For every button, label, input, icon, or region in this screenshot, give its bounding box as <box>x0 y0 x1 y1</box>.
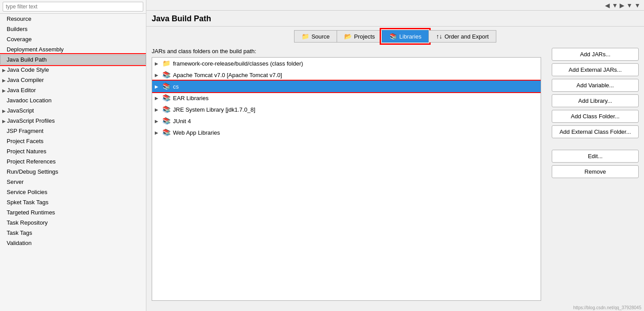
nav-dropdown-1[interactable]: ▼ <box>611 2 619 9</box>
menu-dropdown[interactable]: ▼ <box>633 2 641 9</box>
tree-item-icon: 📚 <box>162 94 171 102</box>
sidebar-item-run/debug-settings[interactable]: Run/Debug Settings <box>0 167 146 177</box>
sidebar-item-java-code-style[interactable]: Java Code Style <box>0 65 146 75</box>
tree-item-jre-system-library-[interactable]: ▶📚JRE System Library [jdk1.7.0_8] <box>152 104 541 115</box>
expand-arrow-icon[interactable]: ▶ <box>155 107 160 112</box>
tree-item-label: Apache Tomcat v7.0 [Apache Tomcat v7.0] <box>173 72 282 78</box>
build-path-panel: JARs and class folders on the build path… <box>146 44 546 304</box>
buttons-panel: Add JARs...Add External JARs...Add Varia… <box>546 44 644 304</box>
sidebar-item-targeted-runtimes[interactable]: Targeted Runtimes <box>0 207 146 218</box>
sidebar-item-validation[interactable]: Validation <box>0 238 146 248</box>
btn-add-class-folder[interactable]: Add Class Folder... <box>552 110 639 123</box>
nav-dropdown-2[interactable]: ▼ <box>625 2 633 9</box>
watermark: https://blog.csdn.net/qq_37928045 <box>146 304 644 311</box>
top-toolbar: ◀ ▼ ▶ ▼ ▼ <box>146 0 644 11</box>
expand-arrow-icon[interactable]: ▶ <box>155 84 160 89</box>
sidebar-item-java-compiler[interactable]: Java Compiler <box>0 75 146 85</box>
sidebar-item-spket-task-tags[interactable]: Spket Task Tags <box>0 197 146 207</box>
tree-item-apache-tomcat-v70-[interactable]: ▶📚Apache Tomcat v7.0 [Apache Tomcat v7.0… <box>152 69 541 81</box>
tab-label-libraries: Libraries <box>399 33 421 40</box>
tree-item-icon: 📚 <box>162 128 171 136</box>
btn-add-jars[interactable]: Add JARs... <box>552 48 639 61</box>
tree-item-icon: 📚 <box>162 82 171 90</box>
sidebar-item-jsp-fragment[interactable]: JSP Fragment <box>0 126 146 136</box>
btn-add-variable[interactable]: Add Variable... <box>552 79 639 92</box>
sidebar-item-javascript-profiles[interactable]: JavaScript Profiles <box>0 116 146 126</box>
order-and-export-icon: ↑↓ <box>436 33 442 40</box>
tab-projects[interactable]: 📂Projects <box>337 30 382 43</box>
sidebar-search-container <box>0 0 146 14</box>
sidebar-item-service-policies[interactable]: Service Policies <box>0 187 146 197</box>
tree-list: ▶📁framework-core-release/build/classes (… <box>152 57 541 301</box>
tab-label-source: Source <box>311 33 330 40</box>
tree-item-ear-libraries[interactable]: ▶📚EAR Libraries <box>152 92 541 104</box>
expand-arrow-icon[interactable]: ▶ <box>155 119 160 124</box>
tabs-bar: 📁Source📂Projects📚Libraries↑↓Order and Ex… <box>146 27 644 44</box>
btn-remove[interactable]: Remove <box>552 165 639 178</box>
sidebar-item-java-build-path[interactable]: Java Build Path <box>0 54 146 65</box>
tab-label-order-and-export: Order and Export <box>444 33 489 40</box>
sidebar-item-project-facets[interactable]: Project Facets <box>0 136 146 146</box>
tab-order-and-export[interactable]: ↑↓Order and Export <box>428 30 496 43</box>
tab-source[interactable]: 📁Source <box>294 30 337 43</box>
source-icon: 📁 <box>302 33 309 40</box>
sidebar-item-resource[interactable]: Resource <box>0 14 146 24</box>
tree-item-icon: 📁 <box>162 59 171 67</box>
tree-item-icon: 📚 <box>162 71 171 79</box>
tab-libraries[interactable]: 📚Libraries <box>382 30 428 43</box>
build-path-label: JARs and class folders on the build path… <box>152 48 541 54</box>
tree-item-label: Web App Libraries <box>173 129 220 136</box>
sidebar-item-javadoc-location[interactable]: Javadoc Location <box>0 95 146 105</box>
libraries-icon: 📚 <box>389 33 397 40</box>
tree-item-icon: 📚 <box>162 105 171 113</box>
tree-item-junit-4[interactable]: ▶📚JUnit 4 <box>152 115 541 127</box>
sidebar-item-project-natures[interactable]: Project Natures <box>0 146 146 156</box>
expand-arrow-icon[interactable]: ▶ <box>155 61 160 66</box>
btn-edit[interactable]: Edit... <box>552 150 639 163</box>
tree-item-label: JUnit 4 <box>173 118 191 124</box>
sidebar-item-javascript[interactable]: JavaScript <box>0 105 146 116</box>
content-area: JARs and class folders on the build path… <box>146 44 644 304</box>
sidebar-item-builders[interactable]: Builders <box>0 24 146 34</box>
sidebar-item-project-references[interactable]: Project References <box>0 156 146 167</box>
expand-arrow-icon[interactable]: ▶ <box>155 96 160 101</box>
tree-item-framework-core-relea[interactable]: ▶📁framework-core-release/build/classes (… <box>152 58 541 69</box>
btn-add-external-class-folder[interactable]: Add External Class Folder... <box>552 125 639 138</box>
sidebar-item-coverage[interactable]: Coverage <box>0 34 146 44</box>
expand-arrow-icon[interactable]: ▶ <box>155 130 160 135</box>
tree-item-label: EAR Libraries <box>173 95 208 101</box>
sidebar-item-java-editor[interactable]: Java Editor <box>0 85 146 95</box>
tree-item-web-app-libraries[interactable]: ▶📚Web App Libraries <box>152 127 541 138</box>
sidebar-list: ResourceBuildersCoverageDeployment Assem… <box>0 14 146 311</box>
sidebar-item-deployment-assembly[interactable]: Deployment Assembly <box>0 44 146 54</box>
sidebar: ResourceBuildersCoverageDeployment Assem… <box>0 0 146 311</box>
sidebar-item-task-tags[interactable]: Task Tags <box>0 228 146 238</box>
tree-item-label: cs <box>173 83 179 90</box>
page-title: Java Build Path <box>146 11 644 27</box>
tree-item-label: JRE System Library [jdk1.7.0_8] <box>173 106 255 113</box>
back-button[interactable]: ◀ <box>604 2 611 9</box>
projects-icon: 📂 <box>344 33 352 40</box>
main-panel: ◀ ▼ ▶ ▼ ▼ Java Build Path 📁Source📂Projec… <box>146 0 644 311</box>
btn-add-external-jars[interactable]: Add External JARs... <box>552 63 639 76</box>
forward-button[interactable]: ▶ <box>619 2 625 9</box>
btn-add-library[interactable]: Add Library... <box>552 94 639 107</box>
tree-item-label: framework-core-release/build/classes (cl… <box>173 60 303 67</box>
sidebar-item-server[interactable]: Server <box>0 177 146 187</box>
tree-item-icon: 📚 <box>162 117 171 125</box>
expand-arrow-icon[interactable]: ▶ <box>155 73 160 78</box>
search-input[interactable] <box>3 2 143 12</box>
tree-item-cs[interactable]: ▶📚cs <box>152 81 541 92</box>
sidebar-item-task-repository[interactable]: Task Repository <box>0 218 146 228</box>
tab-label-projects: Projects <box>354 33 375 40</box>
